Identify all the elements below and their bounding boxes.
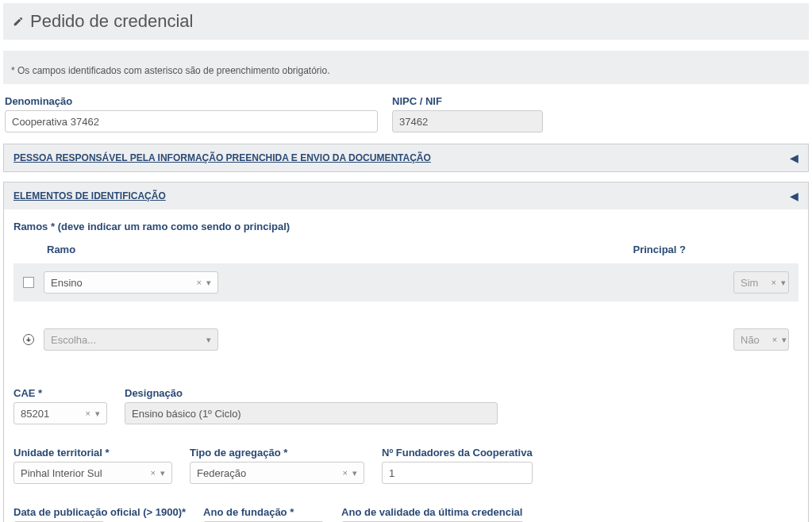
- principal-add-select[interactable]: Não × ▾: [733, 328, 789, 351]
- select-controls: × ▾: [144, 468, 171, 478]
- nipc-label: NIPC / NIF: [392, 95, 543, 107]
- ramo-row-1: Ensino × ▾ Sim × ▾: [13, 263, 799, 301]
- agregacao-value: Federação: [190, 467, 337, 479]
- clear-icon[interactable]: ×: [151, 468, 156, 478]
- chevron-down-icon[interactable]: ▾: [206, 335, 211, 345]
- field-fundadores: Nº Fundadores da Cooperativa: [382, 447, 533, 484]
- unidade-select[interactable]: Pinhal Interior Sul × ▾: [13, 462, 172, 484]
- denominacao-label: Denominação: [5, 95, 378, 107]
- anofund-label: Ano de fundação *: [203, 506, 324, 518]
- ramo-select-value: Ensino: [44, 277, 190, 289]
- chevron-down-icon[interactable]: ▾: [160, 468, 165, 478]
- select-controls: × ▾: [79, 409, 106, 419]
- ramos-table-head: Ramo Principal ?: [13, 240, 799, 259]
- add-icon[interactable]: +: [23, 334, 34, 345]
- field-datapub: Data de publicação oficial (> 1900)*: [13, 506, 186, 522]
- principal-value: Sim: [734, 277, 764, 289]
- designacao-input: [125, 402, 498, 424]
- ramo-select[interactable]: Ensino × ▾: [44, 271, 218, 294]
- required-notice: * Os campos identificados com asterisco …: [3, 51, 809, 84]
- cae-value: 85201: [14, 408, 79, 420]
- cae-label: CAE *: [13, 387, 107, 399]
- field-nipc: NIPC / NIF: [392, 95, 543, 132]
- clear-icon[interactable]: ×: [343, 468, 348, 478]
- chevron-left-icon: ◀: [790, 152, 799, 164]
- panel-elementos-header[interactable]: ELEMENTOS DE IDENTIFICAÇÃO ◀: [4, 182, 808, 209]
- ramo-add-select[interactable]: Escolha... ▾: [44, 328, 218, 351]
- clear-icon[interactable]: ×: [86, 409, 90, 418]
- page-title: Pedido de credencial: [30, 11, 193, 32]
- chevron-left-icon: ◀: [790, 190, 799, 202]
- fundadores-input[interactable]: [382, 462, 533, 484]
- clear-icon[interactable]: ×: [772, 335, 777, 344]
- select-controls: × ▾: [766, 335, 793, 345]
- panel-elementos: ELEMENTOS DE IDENTIFICAÇÃO ◀ Ramos * (de…: [3, 182, 809, 522]
- select-controls: × ▾: [190, 278, 217, 288]
- select-controls: × ▾: [337, 468, 364, 478]
- select-controls: ▾: [200, 335, 217, 345]
- principal-add-value: Não: [734, 334, 766, 346]
- head-principal: Principal ?: [633, 244, 686, 255]
- panel-pessoa-header[interactable]: PESSOA RESPONSÁVEL PELA INFORMAÇÃO PREEN…: [4, 144, 808, 171]
- panel-elementos-body: Ramos * (deve indicar um ramo como sendo…: [4, 209, 808, 522]
- designacao-label: Designação: [125, 387, 498, 399]
- panel-elementos-title: ELEMENTOS DE IDENTIFICAÇÃO: [13, 190, 166, 202]
- denominacao-input[interactable]: [5, 110, 378, 132]
- panel-pessoa-responsavel: PESSOA RESPONSÁVEL PELA INFORMAÇÃO PREEN…: [3, 144, 809, 172]
- field-designacao: Designação: [125, 387, 498, 424]
- principal-select[interactable]: Sim × ▾: [733, 271, 789, 294]
- ramo-row-add: + Escolha... ▾ Não × ▾: [13, 320, 799, 359]
- ident-fields-grid: CAE * 85201 × ▾ Designação Unidade terri…: [13, 387, 799, 522]
- head-ramo: Ramo: [47, 244, 75, 255]
- chevron-down-icon[interactable]: ▾: [782, 335, 787, 345]
- field-anofund: Ano de fundação *: [203, 506, 324, 522]
- top-fields-row: Denominação NIPC / NIF: [3, 95, 809, 132]
- field-anovalid: Ano de validade da última credencial: [341, 506, 524, 522]
- field-denominacao: Denominação: [5, 95, 378, 132]
- nipc-input: [392, 110, 543, 132]
- agregacao-select[interactable]: Federação × ▾: [190, 462, 364, 484]
- pencil-icon: [13, 16, 24, 27]
- agregacao-label: Tipo de agregação *: [190, 447, 364, 459]
- field-unidade: Unidade territorial * Pinhal Interior Su…: [13, 447, 172, 484]
- chevron-down-icon[interactable]: ▾: [781, 278, 786, 288]
- select-controls: × ▾: [764, 278, 791, 288]
- unidade-value: Pinhal Interior Sul: [14, 467, 144, 479]
- clear-icon[interactable]: ×: [771, 278, 775, 287]
- page-header: Pedido de credencial: [3, 3, 809, 40]
- anovalid-label: Ano de validade da última credencial: [341, 506, 524, 518]
- clear-icon[interactable]: ×: [197, 278, 202, 287]
- chevron-down-icon[interactable]: ▾: [95, 409, 100, 419]
- datapub-label: Data de publicação oficial (> 1900)*: [13, 506, 186, 518]
- fundadores-label: Nº Fundadores da Cooperativa: [382, 447, 533, 459]
- field-cae: CAE * 85201 × ▾: [13, 387, 107, 424]
- ramos-label: Ramos * (deve indicar um ramo como sendo…: [13, 221, 799, 232]
- field-agregacao: Tipo de agregação * Federação × ▾: [190, 447, 364, 484]
- unidade-label: Unidade territorial *: [13, 447, 172, 459]
- ramo-checkbox[interactable]: [23, 277, 34, 288]
- panel-pessoa-title: PESSOA RESPONSÁVEL PELA INFORMAÇÃO PREEN…: [13, 152, 431, 163]
- chevron-down-icon[interactable]: ▾: [352, 468, 357, 478]
- ramo-add-placeholder: Escolha...: [44, 334, 200, 346]
- cae-select[interactable]: 85201 × ▾: [13, 402, 107, 424]
- chevron-down-icon[interactable]: ▾: [206, 278, 211, 288]
